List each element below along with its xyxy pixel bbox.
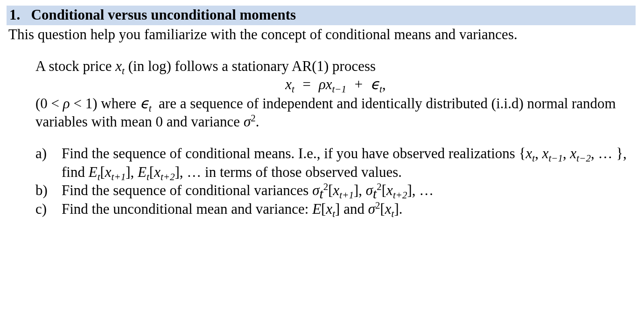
setup-line-1-post: (in log) follows a stationary AR(1) proc… [125,58,376,74]
subparts-list: a) Find the sequence of conditional mean… [35,144,636,218]
part-b-text: Find the sequence of conditional varianc… [62,181,636,200]
section-heading-highlight: 1. Conditional versus unconditional mome… [7,6,636,25]
part-a-text: Find the sequence of conditional means. … [62,144,636,181]
section-number: 1. [9,7,20,23]
part-c-label: c) [35,200,62,218]
part-a: a) Find the sequence of conditional mean… [35,144,636,181]
setup-line-1-pre: A stock price [35,58,115,74]
intro-paragraph: This question help you familiarize with … [8,25,636,44]
problem-setup: A stock price xt (in log) follows a stat… [35,57,636,131]
document-page: 1. Conditional versus unconditional mome… [0,0,644,228]
part-a-label: a) [35,144,62,181]
ar1-equation: xt = ρxt−1 + ϵt, [35,75,636,94]
part-b-label: b) [35,181,62,200]
section-heading: 1. Conditional versus unconditional mome… [9,7,296,23]
part-c-text: Find the unconditional mean and variance… [62,200,636,218]
part-b: b) Find the sequence of conditional vari… [35,181,636,200]
section-title: Conditional versus unconditional moments [31,7,296,23]
var-x: x [115,58,122,74]
part-c: c) Find the unconditional mean and varia… [35,200,636,218]
setup-line-1: A stock price xt (in log) follows a stat… [35,57,636,76]
setup-line-2: (0 < ρ < 1) where ϵt are a sequence of i… [35,94,636,131]
